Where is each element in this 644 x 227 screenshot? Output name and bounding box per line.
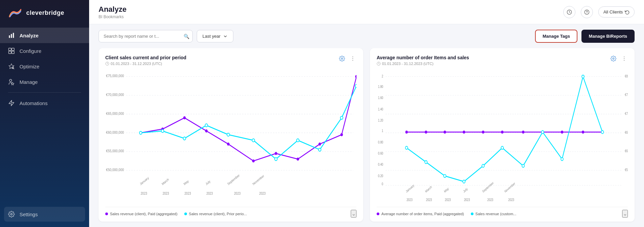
svg-text:2023: 2023 bbox=[259, 192, 266, 196]
sidebar-item-manage-label: Manage bbox=[20, 79, 38, 85]
svg-point-118 bbox=[405, 146, 408, 149]
breadcrumb: BI Bookmarks bbox=[99, 14, 126, 19]
logo-icon bbox=[8, 7, 23, 18]
svg-text:1.40: 1.40 bbox=[378, 107, 383, 111]
svg-point-52 bbox=[318, 142, 321, 145]
svg-text:2023: 2023 bbox=[141, 192, 147, 196]
svg-text:July: July bbox=[463, 187, 468, 194]
legend-expand-button-2[interactable]: ⌄ bbox=[622, 210, 628, 218]
date-range-text-1: 01.01.2023 - 31.12.2023 (UTC) bbox=[111, 62, 162, 66]
svg-text:March: March bbox=[161, 177, 169, 186]
svg-rect-0 bbox=[9, 35, 10, 38]
sidebar-item-configure[interactable]: Configure bbox=[0, 43, 89, 59]
legend-dot-1b bbox=[184, 213, 187, 215]
legend-dot-2a bbox=[377, 213, 379, 215]
svg-point-128 bbox=[601, 131, 604, 134]
svg-point-56 bbox=[161, 129, 164, 132]
svg-point-13 bbox=[585, 10, 589, 14]
sidebar-item-manage[interactable]: Manage bbox=[0, 74, 89, 90]
chart-settings-button-1[interactable] bbox=[338, 55, 346, 63]
search-input[interactable] bbox=[99, 30, 193, 42]
svg-point-54 bbox=[355, 75, 356, 78]
svg-text:2023: 2023 bbox=[407, 198, 413, 202]
chart-header-2: Average number of order Items and sales … bbox=[377, 55, 628, 66]
svg-text:January: January bbox=[139, 176, 150, 186]
svg-point-55 bbox=[140, 131, 142, 134]
charts-area: Client sales current and prior period 01… bbox=[89, 48, 644, 227]
manage-bireports-button[interactable]: Manage BiReports bbox=[581, 30, 635, 43]
toolbar: 🔍 Last year Manage Tags Manage BiReports bbox=[89, 24, 644, 48]
automations-icon bbox=[8, 100, 15, 106]
svg-text:September: September bbox=[227, 173, 240, 186]
svg-text:€65,000,000: €65,000,000 bbox=[625, 131, 628, 134]
legend-expand-button-1[interactable]: ⌄ bbox=[351, 210, 356, 218]
svg-text:1: 1 bbox=[382, 129, 383, 133]
chart-more-button-2[interactable] bbox=[620, 55, 628, 63]
sidebar-item-settings[interactable]: Settings bbox=[4, 207, 85, 222]
chart-actions-1 bbox=[338, 55, 356, 63]
chart-title-section-2: Average number of order Items and sales … bbox=[377, 55, 469, 66]
more-icon-1 bbox=[350, 56, 356, 62]
svg-point-107 bbox=[405, 131, 408, 134]
all-clients-button[interactable]: All Clients bbox=[598, 6, 635, 18]
chart-actions-2 bbox=[610, 55, 628, 63]
logo-text: cleverbridge bbox=[26, 9, 64, 17]
chart-title-section-1: Client sales current and prior period 01… bbox=[105, 55, 186, 66]
configure-icon bbox=[8, 47, 15, 54]
history-button[interactable] bbox=[563, 6, 575, 18]
svg-point-127 bbox=[582, 75, 584, 78]
sidebar-item-automations[interactable]: Automations bbox=[0, 95, 89, 111]
sidebar-item-optimize[interactable]: Optimize bbox=[0, 59, 89, 74]
chart-settings-button-2[interactable] bbox=[610, 55, 617, 63]
svg-text:May: May bbox=[444, 187, 450, 193]
chart-date-range-2: 01.01.2023 - 31.12.2023 (UTC) bbox=[377, 62, 469, 66]
svg-point-119 bbox=[425, 161, 427, 164]
optimize-icon bbox=[8, 63, 15, 70]
svg-text:2: 2 bbox=[382, 74, 383, 78]
svg-point-68 bbox=[624, 57, 624, 57]
svg-text:1.60: 1.60 bbox=[378, 96, 383, 100]
svg-point-109 bbox=[444, 131, 446, 134]
svg-text:€80,000,000: €80,000,000 bbox=[625, 74, 628, 78]
sidebar-item-settings-label: Settings bbox=[20, 212, 38, 217]
svg-point-122 bbox=[482, 164, 484, 167]
date-filter-dropdown[interactable]: Last year bbox=[197, 30, 233, 42]
sidebar-item-analyze-label: Analyze bbox=[20, 33, 39, 38]
svg-text:2023: 2023 bbox=[508, 198, 514, 202]
svg-text:March: March bbox=[425, 185, 432, 193]
help-button[interactable] bbox=[581, 6, 593, 18]
chart-date-range-1: 01.01.2023 - 31.12.2023 (UTC) bbox=[105, 62, 186, 66]
svg-text:0: 0 bbox=[382, 182, 383, 186]
sidebar-item-configure-label: Configure bbox=[20, 48, 41, 54]
analyze-icon bbox=[8, 32, 15, 39]
svg-point-124 bbox=[522, 164, 524, 167]
chart-legend-1: Sales revenue (client), Paid (aggregated… bbox=[105, 207, 356, 218]
sidebar: cleverbridge Analyze Configure bbox=[0, 0, 89, 227]
chart-more-button-1[interactable] bbox=[349, 55, 356, 63]
svg-point-50 bbox=[275, 152, 277, 155]
sidebar-item-analyze[interactable]: Analyze bbox=[0, 28, 89, 43]
chart-title-1: Client sales current and prior period bbox=[105, 55, 186, 60]
settings-icon bbox=[8, 211, 15, 218]
svg-text:€60,000,000: €60,000,000 bbox=[625, 149, 628, 153]
svg-point-116 bbox=[582, 131, 584, 134]
search-icon: 🔍 bbox=[184, 34, 189, 39]
chart-header-1: Client sales current and prior period 01… bbox=[105, 55, 356, 66]
sidebar-bottom: Settings bbox=[0, 201, 89, 227]
svg-text:November: November bbox=[504, 182, 516, 194]
legend-item-2a: Average number of order items, Paid (agg… bbox=[377, 212, 464, 216]
svg-point-49 bbox=[252, 159, 255, 162]
svg-rect-1 bbox=[11, 34, 12, 38]
manage-tags-button[interactable]: Manage Tags bbox=[535, 30, 577, 43]
svg-point-19 bbox=[352, 60, 353, 61]
svg-text:November: November bbox=[252, 174, 265, 186]
svg-text:€75,000,000: €75,000,000 bbox=[106, 74, 124, 78]
svg-point-11 bbox=[11, 214, 12, 215]
help-icon bbox=[584, 9, 590, 15]
legend-item-2b: Sales revenue (custom... bbox=[471, 212, 517, 216]
svg-point-63 bbox=[318, 148, 321, 151]
legend-label-1b: Sales revenue (client), Prior perio... bbox=[189, 212, 247, 216]
svg-point-46 bbox=[183, 116, 186, 119]
svg-text:€60,000,000: €60,000,000 bbox=[106, 130, 124, 134]
svg-point-14 bbox=[587, 13, 587, 13]
